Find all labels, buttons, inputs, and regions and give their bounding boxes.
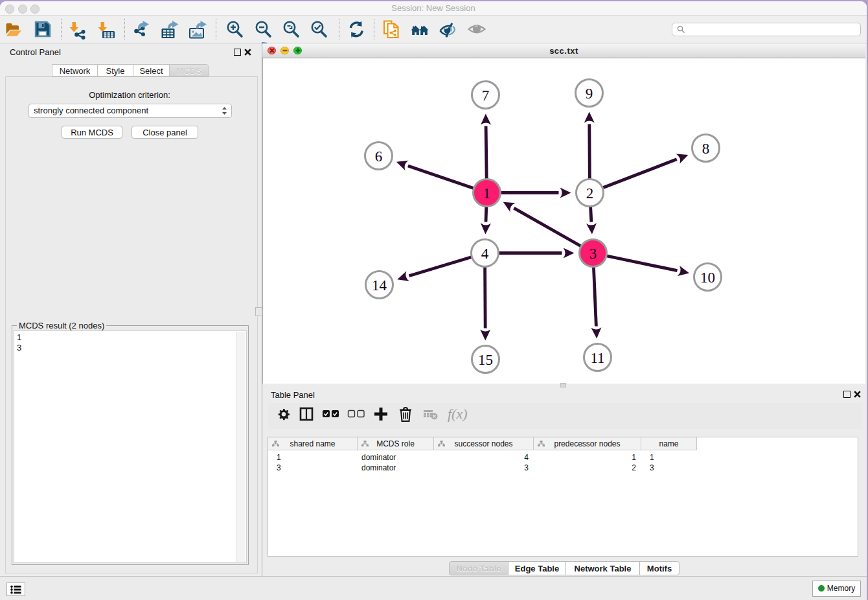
svg-text:11: 11 bbox=[590, 350, 604, 366]
svg-text:3: 3 bbox=[589, 246, 597, 262]
svg-text:8: 8 bbox=[702, 141, 710, 157]
svg-text:7: 7 bbox=[482, 87, 490, 104]
svg-text:2: 2 bbox=[586, 185, 594, 202]
svg-text:4: 4 bbox=[481, 246, 489, 262]
svg-text:1: 1 bbox=[483, 185, 491, 202]
svg-text:15: 15 bbox=[478, 352, 493, 368]
svg-text:6: 6 bbox=[375, 148, 383, 165]
svg-text:9: 9 bbox=[586, 86, 593, 102]
svg-text:14: 14 bbox=[372, 277, 387, 294]
svg-text:10: 10 bbox=[700, 270, 715, 286]
